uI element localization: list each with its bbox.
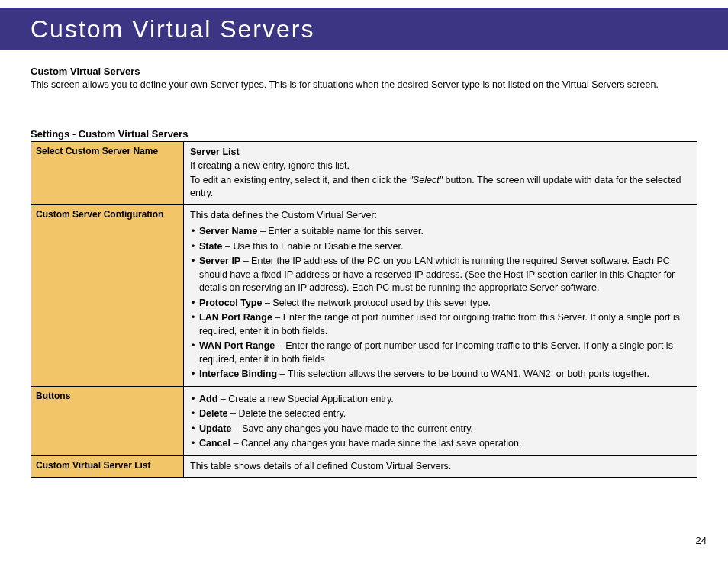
list-item: Cancel – Cancel any changes you have mad… — [190, 437, 691, 451]
content-area: Custom Virtual Servers This screen allow… — [0, 50, 728, 478]
row-label-serverlist: Custom Virtual Server List — [31, 455, 184, 478]
item-bold: Add — [199, 394, 217, 404]
item-bold: WAN Port Range — [199, 340, 275, 351]
intro-heading: Custom Virtual Servers — [31, 66, 697, 77]
table-row: Custom Virtual Server List This table sh… — [31, 455, 697, 478]
text: To edit an existing entry, select it, an… — [190, 175, 409, 185]
list-item: WAN Port Range – Enter the range of port… — [190, 339, 691, 366]
table-row: Custom Server Configuration This data de… — [31, 204, 697, 386]
item-bold: Cancel — [199, 438, 230, 449]
item-bold: Server Name — [199, 226, 257, 236]
server-list-p2: To edit an existing entry, select it, an… — [190, 174, 691, 201]
item-text: – Create a new Special Application entry… — [217, 394, 393, 404]
list-item: Server Name – Enter a suitable name for … — [190, 225, 691, 239]
item-bold: Interface Binding — [199, 368, 277, 379]
list-item: Server IP – Enter the IP address of the … — [190, 255, 691, 295]
item-text: – Delete the selected entry. — [228, 408, 346, 419]
row-label-select-server: Select Custom Server Name — [31, 141, 184, 204]
item-bold: LAN Port Range — [199, 312, 272, 323]
intro-text: This screen allows you to define your ow… — [31, 79, 697, 92]
config-intro: This data defines the Custom Virtual Ser… — [190, 209, 691, 223]
list-item: Protocol Type – Select the network proto… — [190, 297, 691, 310]
table-row: Buttons Add – Create a new Special Appli… — [31, 386, 697, 455]
item-bold: Server IP — [199, 256, 240, 266]
list-item: Add – Create a new Special Application e… — [190, 393, 691, 407]
list-item: Update – Save any changes you have made … — [190, 423, 691, 436]
row-desc-serverlist: This table shows details of all defined … — [184, 455, 697, 478]
settings-table: Select Custom Server Name Server List If… — [31, 141, 697, 478]
item-bold: State — [199, 241, 223, 252]
item-text: – This selection allows the servers to b… — [277, 368, 649, 379]
item-text: – Enter the IP address of the PC on you … — [199, 256, 675, 293]
table-row: Select Custom Server Name Server List If… — [31, 141, 697, 204]
page-title: Custom Virtual Servers — [31, 15, 314, 43]
row-label-config: Custom Server Configuration — [31, 204, 184, 386]
server-list-p1: If creating a new entry, ignore this lis… — [190, 159, 691, 173]
list-item: Delete – Delete the selected entry. — [190, 407, 691, 421]
settings-table-title: Settings - Custom Virtual Servers — [31, 128, 697, 140]
item-text: – Select the network protocol used by th… — [262, 298, 490, 308]
page-header: Custom Virtual Servers — [0, 8, 728, 50]
row-label-buttons: Buttons — [31, 386, 184, 455]
item-text: – Cancel any changes you have made since… — [230, 438, 522, 449]
item-text: – Use this to Enable or Disable the serv… — [223, 241, 404, 252]
config-list: Server Name – Enter a suitable name for … — [190, 225, 691, 381]
item-text: – Save any changes you have made to the … — [231, 423, 473, 434]
server-list-lead: Server List — [190, 146, 691, 159]
row-desc-config: This data defines the Custom Virtual Ser… — [184, 204, 697, 386]
list-item: Interface Binding – This selection allow… — [190, 368, 691, 381]
buttons-list: Add – Create a new Special Application e… — [190, 393, 691, 451]
row-desc-select-server: Server List If creating a new entry, ign… — [184, 141, 697, 204]
item-bold: Update — [199, 423, 231, 434]
row-desc-buttons: Add – Create a new Special Application e… — [184, 386, 697, 455]
list-item: LAN Port Range – Enter the range of port… — [190, 311, 691, 338]
list-item: State – Use this to Enable or Disable th… — [190, 240, 691, 254]
item-bold: Protocol Type — [199, 298, 262, 308]
serverlist-text: This table shows details of all defined … — [190, 460, 691, 474]
select-quote: "Select" — [409, 175, 443, 185]
item-bold: Delete — [199, 408, 228, 419]
item-text: – Enter a suitable name for this server. — [257, 226, 423, 236]
page-number: 24 — [696, 535, 707, 546]
